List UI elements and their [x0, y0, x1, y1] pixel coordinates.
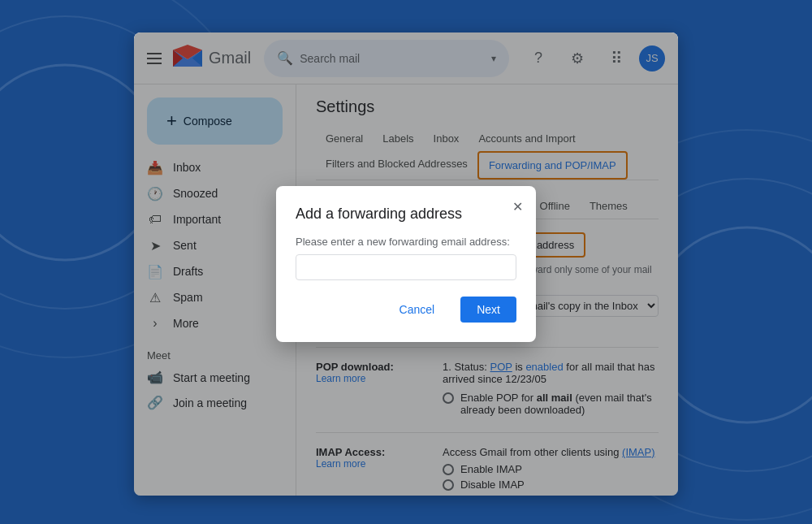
cancel-button[interactable]: Cancel — [383, 297, 451, 323]
modal-title: Add a forwarding address — [296, 206, 516, 223]
forwarding-modal: Add a forwarding address ✕ Please enter … — [276, 186, 536, 342]
modal-overlay: Add a forwarding address ✕ Please enter … — [134, 32, 678, 496]
modal-actions: Cancel Next — [296, 297, 516, 323]
forwarding-email-input[interactable] — [296, 254, 516, 280]
modal-close-button[interactable]: ✕ — [512, 199, 523, 214]
next-button[interactable]: Next — [460, 297, 516, 323]
modal-email-label: Please enter a new forwarding email addr… — [296, 236, 516, 248]
gmail-body: + Compose 📥 Inbox 🕐 Snoozed 🏷 Important … — [134, 84, 678, 496]
gmail-window: Gmail 🔍 Search mail ▾ ? ⚙ ⠿ JS + Compo — [134, 32, 678, 496]
